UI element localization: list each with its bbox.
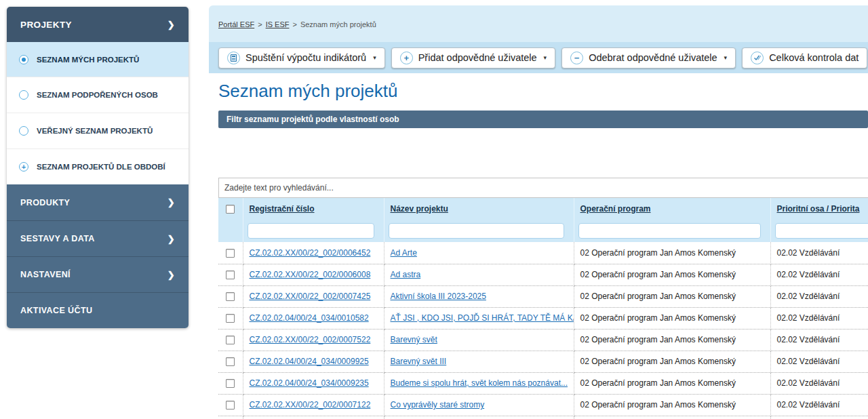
button-label: Přidat odpovědné uživatele [418,52,537,63]
project-name-link[interactable]: Ad astra [391,270,421,279]
sidebar-item-verejny-seznam-projektu[interactable]: VEŘEJNÝ SEZNAM PROJEKTŮ [7,113,189,148]
column-header-registration-number[interactable]: Registrační číslo [250,204,315,214]
sidebar-item-nastaveni[interactable]: NASTAVENÍ ❯ [7,256,189,292]
priority-axis-cell: 02.02 Vzdělávání [770,242,868,264]
sidebar-item-label: SEZNAM PODPOŘENÝCH OSOB [37,91,158,99]
row-checkbox[interactable] [226,357,235,366]
breadcrumb-current: Seznam mých projektů [300,20,376,28]
sidebar-section-label: NASTAVENÍ [20,270,71,279]
project-name-link[interactable]: Co vyprávěly staré stromy [391,400,485,410]
sidebar-item-seznam-podporenych-osob[interactable]: SEZNAM PODPOŘENÝCH OSOB [7,77,189,113]
sidebar-item-produkty[interactable]: PRODUKTY ❯ [7,184,189,220]
project-name-link[interactable]: Barevný svět [391,335,437,344]
registration-number-filter-input[interactable] [248,223,374,239]
priority-axis-cell: 02.02 Vzdělávání [770,329,868,351]
row-checkbox[interactable] [226,314,235,323]
breadcrumb-link-is-esf[interactable]: IS ESF [266,20,290,28]
caret-down-icon: ▾ [373,54,376,61]
priority-axis-cell [770,416,868,419]
radio-icon [19,90,28,100]
operational-program-cell: 02 Operační program Jan Amos Komenský [574,264,770,285]
registration-number-link[interactable]: CZ.02.02.XX/00/22_002/0007425 [250,292,371,301]
sidebar-item-label: SEZNAM PROJEKTŮ DLE OBDOBÍ [37,163,165,171]
operational-program-cell: 02 Operační program Jan Amos Komenský [574,329,770,351]
plus-circle-icon: + [400,52,413,64]
breadcrumb-separator: > [258,20,262,28]
project-name-filter-input[interactable] [389,223,564,239]
total-data-check-button[interactable]: Celková kontrola dat [742,47,867,68]
table-row: CZ.02.02.XX/00/22_002/0006008 Ad astra 0… [218,264,868,285]
column-header-project-name[interactable]: Název projektu [391,204,448,214]
operational-program-cell: 02 Operační program Jan Amos Komenský [574,285,770,307]
radio-selected-icon [19,55,28,64]
operational-program-filter-input[interactable] [578,223,761,239]
breadcrumb-link-portal-esf[interactable]: Portál ESF [218,20,254,28]
search-input[interactable] [218,178,868,198]
column-filter-row [218,219,868,242]
row-checkbox[interactable] [226,379,235,388]
operational-program-cell: 02 Operační program Jan Amos Komenský [574,372,770,394]
sidebar-item-seznam-projektu-dle-obdobi[interactable]: + SEZNAM PROJEKTŮ DLE OBDOBÍ [7,148,189,184]
breadcrumb: Portál ESF>IS ESF>Seznam mých projektů [209,5,868,31]
toolbar: Spuštění výpočtu indikátorů ▾ + Přidat o… [209,42,868,73]
priority-axis-cell: 02.02 Vzdělávání [770,351,868,372]
button-label: Celková kontrola dat [769,52,859,63]
sidebar-item-label: VEŘEJNÝ SEZNAM PROJEKTŮ [37,127,153,135]
person-filter-bar[interactable]: Filtr seznamu projektů podle vlastností … [218,111,868,128]
plus-circle-icon: + [19,162,28,172]
filter-bar-label: Filtr seznamu projektů podle vlastností … [226,115,399,124]
priority-axis-cell: 02.02 Vzdělávání [770,372,868,394]
sidebar-item-seznam-mych-projektu[interactable]: SEZNAM MÝCH PROJEKTŮ [7,42,189,77]
chevron-right-icon: ❯ [167,234,175,244]
double-check-icon [751,52,764,64]
chevron-right-icon: ❯ [167,270,175,280]
priority-axis-cell: 02.02 Vzdělávání [770,307,868,329]
remove-responsible-users-button[interactable]: − Odebrat odpovědné uživatele ▾ [561,47,736,68]
table-row: CZ.02.02.04/00/24_034/0010582 AŤ JSI , K… [218,307,868,329]
registration-number-link[interactable]: CZ.02.02.04/00/24_034/0009925 [250,357,369,366]
operational-program-cell: 02 Operační program Jan Amos Komenský [574,307,770,329]
table-row: CZ.02.02.04/00/24_034/0009925 Barevný sv… [218,351,868,372]
registration-number-link[interactable]: CZ.02.02.XX/00/22_002/0007122 [250,400,371,410]
registration-number-link[interactable]: CZ.02.02.04/00/24_034/0010582 [250,313,369,323]
breadcrumb-separator: > [292,20,296,28]
registration-number-link[interactable]: CZ.02.02.XX/00/22_002/0006008 [250,270,371,279]
project-name-link[interactable]: Barevný svět III [391,357,447,366]
radio-icon [19,126,28,136]
project-name-link[interactable]: Budeme si spolu hrát, svět kolem nás poz… [391,378,568,388]
calculator-icon [227,52,240,64]
sidebar-section-label: PRODUKTY [20,198,70,207]
chevron-right-icon: ❯ [167,197,175,207]
button-label: Spuštění výpočtu indikátorů [245,52,366,63]
project-name-link[interactable]: AŤ JSI , KDO JSI, POJĎ SI HRÁT, TADY TĚ … [391,313,574,323]
caret-down-icon: ▾ [724,54,728,61]
row-checkbox[interactable] [226,336,235,344]
row-checkbox[interactable] [226,271,235,279]
project-name-link[interactable]: Ad Arte [391,248,417,258]
row-checkbox[interactable] [226,401,235,410]
registration-number-link[interactable]: CZ.02.02.XX/00/22_002/0006452 [250,248,371,258]
row-checkbox[interactable] [226,292,235,301]
operational-program-cell: 02 Operační program Jan Amos Komenský [574,394,770,416]
table-row: CZ.02.02.XX/00/22_002/0007425 Aktivní šk… [218,285,868,307]
project-name-link[interactable]: Aktivní škola III 2023-2025 [391,292,486,301]
row-checkbox[interactable] [226,249,235,258]
registration-number-link[interactable]: CZ.02.02.XX/00/22_002/0007522 [250,335,371,344]
table-header-row: Registrační číslo Název projektu Operačn… [218,198,868,219]
sidebar-item-sestavy-a-data[interactable]: SESTAVY A DATA ❯ [7,220,189,256]
sidebar-section-label: AKTIVACE ÚČTU [20,306,92,315]
select-all-checkbox[interactable] [226,205,235,214]
run-indicator-calculation-button[interactable]: Spuštění výpočtu indikátorů ▾ [218,47,385,68]
column-header-operational-program[interactable]: Operační program [580,204,651,214]
sidebar-item-projekty[interactable]: PROJEKTY ❯ [7,7,189,42]
column-header-priority-axis[interactable]: Prioritní osa / Priorita [777,204,860,214]
sidebar-section-label: SESTAVY A DATA [20,234,95,243]
minus-circle-icon: − [570,52,583,64]
page-title: Seznam mých projektů [209,73,868,111]
table-row: CZ.02.02.XX/00/22_002/0006452 Ad Arte 02… [218,242,868,264]
sidebar-item-aktivace-uctu[interactable]: AKTIVACE ÚČTU [7,292,189,328]
collapsed-filter-space [209,128,868,178]
registration-number-link[interactable]: CZ.02.02.04/00/24_034/0009235 [250,378,369,388]
add-responsible-users-button[interactable]: + Přidat odpovědné uživatele ▾ [391,47,555,68]
priority-axis-filter-input[interactable] [775,223,868,239]
